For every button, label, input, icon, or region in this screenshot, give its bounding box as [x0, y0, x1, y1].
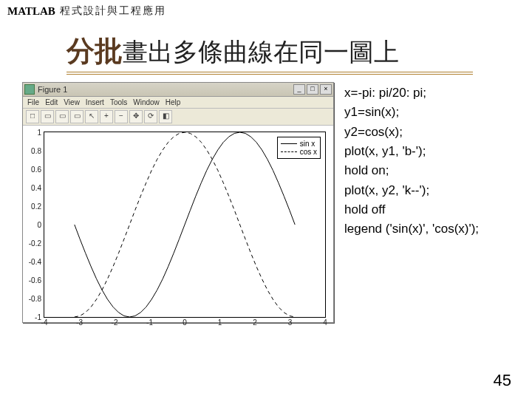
menubar[interactable]: File Edit View Insert Tools Window Help	[23, 97, 333, 109]
figure-canvas: sin x cos x 10.80.60.40.20-0.2-0.4-0.6-0…	[23, 126, 333, 322]
code-line: plot(x, y1, 'b-');	[344, 142, 479, 161]
tool-rotate-icon[interactable]: ⟳	[144, 110, 157, 123]
y-tick-label: -0.2	[29, 239, 44, 248]
menu-edit[interactable]: Edit	[45, 98, 58, 106]
code-line: x=-pi: pi/20: pi;	[344, 83, 479, 103]
menu-window[interactable]: Window	[133, 98, 160, 106]
menu-tools[interactable]: Tools	[110, 98, 127, 106]
figure-icon	[24, 84, 35, 95]
code-line: y2=cos(x);	[344, 123, 479, 142]
code-line: hold off	[344, 200, 479, 219]
y-tick-label: 1	[37, 129, 44, 137]
window-title: Figure 1	[38, 85, 292, 94]
tool-new-icon[interactable]: □	[26, 110, 39, 123]
y-tick-label: 0	[37, 221, 44, 229]
tool-print-icon[interactable]: ▭	[70, 110, 83, 123]
tool-open-icon[interactable]: ▭	[41, 110, 54, 123]
menu-file[interactable]: File	[27, 98, 39, 106]
x-tick-label: -3	[76, 317, 83, 327]
x-tick-label: 2	[253, 317, 257, 327]
legend-entry-1: sin x	[300, 140, 316, 148]
legend-entry-2: cos x	[300, 148, 317, 156]
toolbar: □ ▭ ▭ ▭ ↖ + − ✥ ⟳ ◧	[23, 109, 333, 126]
legend-swatch-solid	[281, 143, 297, 144]
menu-insert[interactable]: Insert	[86, 98, 104, 106]
chart-axes: sin x cos x 10.80.60.40.20-0.2-0.4-0.6-0…	[44, 132, 326, 318]
tool-save-icon[interactable]: ▭	[55, 110, 69, 123]
line-chart	[44, 132, 325, 317]
chart-legend: sin x cos x	[277, 137, 321, 159]
window-titlebar[interactable]: Figure 1 _ □ ×	[23, 83, 333, 97]
tool-datacursor-icon[interactable]: ◧	[159, 110, 172, 123]
tool-zoomout-icon[interactable]: −	[115, 110, 128, 123]
minimize-button[interactable]: _	[293, 84, 305, 95]
code-block: x=-pi: pi/20: pi; y1=sin(x); y2=cos(x); …	[344, 82, 479, 323]
x-tick-label: 0	[183, 317, 187, 327]
slide-title-rest: 畫出多條曲線在同一圖上	[123, 38, 399, 66]
y-tick-label: 0.2	[31, 202, 44, 211]
matlab-logo-text: MATLAB	[7, 5, 55, 18]
y-tick-label: 0.8	[31, 147, 44, 155]
x-tick-label: 4	[323, 317, 327, 327]
slide-title: 分批畫出多條曲線在同一圖上	[66, 33, 473, 75]
slide-title-accent: 分批	[66, 35, 123, 66]
menu-view[interactable]: View	[64, 98, 80, 106]
maximize-button[interactable]: □	[307, 84, 318, 95]
code-line: legend ('sin(x)', 'cos(x)');	[344, 219, 479, 239]
x-tick-label: -1	[146, 317, 153, 327]
y-tick-label: -0.4	[29, 258, 44, 266]
x-tick-label: -4	[41, 317, 48, 327]
y-tick-label: -0.6	[29, 276, 44, 284]
code-line: y1=sin(x);	[344, 103, 479, 122]
page-number: 45	[494, 371, 511, 390]
x-tick-label: 3	[288, 317, 293, 327]
code-line: plot(x, y2, 'k--');	[344, 181, 479, 200]
y-tick-label: 0.6	[31, 166, 44, 174]
menu-help[interactable]: Help	[166, 98, 181, 106]
course-header: MATLAB 程式設計與工程應用	[0, 0, 532, 19]
y-tick-label: -0.8	[29, 295, 44, 303]
tool-zoomin-icon[interactable]: +	[100, 110, 113, 123]
tool-pointer-icon[interactable]: ↖	[85, 110, 98, 123]
matlab-figure-window: Figure 1 _ □ × File Edit View Insert Too…	[22, 82, 334, 323]
close-button[interactable]: ×	[320, 84, 332, 95]
tool-pan-icon[interactable]: ✥	[129, 110, 143, 123]
x-tick-label: -2	[112, 317, 118, 327]
course-subtitle: 程式設計與工程應用	[60, 4, 166, 18]
x-tick-label: 1	[218, 317, 222, 327]
y-tick-label: 0.4	[31, 184, 44, 192]
code-line: hold on;	[344, 161, 479, 180]
legend-swatch-dashed	[281, 151, 297, 152]
